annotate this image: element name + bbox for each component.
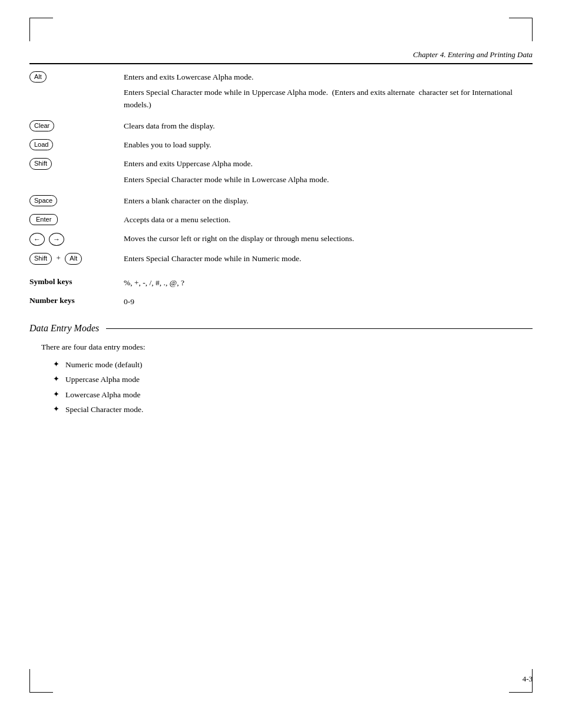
list-item: ✦ Lowercase Alpha mode [53,388,533,401]
key-cell: Enter [29,210,124,229]
list-item: ✦ Special Character mode. [53,403,533,416]
table-row: ← → Moves the cursor left or right on th… [29,229,533,249]
load-key: Load [29,139,53,150]
desc-cell-alt2: Enters Special Character mode while in U… [124,87,533,117]
list-item-text: Uppercase Alpha mode [65,373,140,386]
bullet-list: ✦ Numeric mode (default) ✦ Uppercase Alp… [53,358,533,416]
list-item-text: Numeric mode (default) [65,358,142,371]
key-cell: Load [29,136,124,154]
section-heading-text: Data Entry Modes [29,323,99,334]
key-cell: ← → [29,229,124,249]
corner-mark-bl-v [29,669,30,693]
list-item-text: Lowercase Alpha mode [65,388,140,401]
bullet-icon: ✦ [53,388,59,401]
list-item-text: Special Character mode. [65,403,143,416]
table-row: Load Enables you to load supply. [29,136,533,154]
page-header: Chapter 4. Entering and Printing Data [29,50,533,64]
key-reference-table: Alt Enters and exits Lowercase Alpha mod… [29,68,533,311]
corner-mark-tl-h [29,18,53,18]
table-row: Alt Enters and exits Lowercase Alpha mod… [29,68,533,87]
number-keys-value: 0-9 [124,297,134,306]
number-keys-value-cell: 0-9 [124,292,533,311]
table-row: Symbol keys %, +, -, /, #, ., @, ? [29,269,533,292]
symbol-keys-label-cell: Symbol keys [29,269,124,292]
desc-cell: Enters Special Character mode while in N… [124,249,533,268]
header-rule [29,63,533,64]
desc-cell: Enters and exits Uppercase Alpha mode. [124,154,533,173]
symbol-keys-value-cell: %, +, -, /, #, ., @, ? [124,269,533,292]
alt-key: Alt [29,71,47,83]
table-row: Space Enters a blank character on the di… [29,192,533,210]
table-row: Enters Special Character mode while in U… [29,87,533,117]
page-number: 4-3 [523,674,533,684]
corner-mark-tr-v [532,18,533,41]
desc-cell: Accepts data or a menu selection. [124,210,533,229]
desc-cell: Clears data from the display. [124,117,533,136]
bullet-icon: ✦ [53,358,59,371]
shift-combo-key: Shift [29,253,52,264]
section-heading-rule [106,328,533,329]
space-key: Space [29,195,57,206]
section-heading: Data Entry Modes [29,323,533,334]
page: Chapter 4. Entering and Printing Data Al… [0,0,562,728]
symbol-keys-value: %, +, -, /, #, ., @, ? [124,278,184,287]
list-item: ✦ Uppercase Alpha mode [53,373,533,386]
desc-cell: Moves the cursor left or right on the di… [124,229,533,249]
key-cell-empty [29,87,124,117]
key-cell-empty [29,174,124,192]
corner-mark-tr-h [509,18,533,18]
main-content: Alt Enters and exits Lowercase Alpha mod… [29,68,533,419]
section-intro: There are four data entry modes: [41,341,533,354]
section-body: There are four data entry modes: ✦ Numer… [41,341,533,416]
key-cell: Space [29,192,124,210]
corner-mark-tl-v [29,18,30,41]
key-cell: Alt [29,68,124,87]
table-row: Shift Enters and exits Uppercase Alpha m… [29,154,533,173]
table-row: Number keys 0-9 [29,292,533,311]
key-cell: Clear [29,117,124,136]
table-row: Clear Clears data from the display. [29,117,533,136]
table-row: Enter Accepts data or a menu selection. [29,210,533,229]
chapter-title: Chapter 4. Entering and Printing Data [29,50,533,60]
table-row: Enters Special Character mode while in L… [29,174,533,192]
alt-combo-key: Alt [65,253,82,264]
desc-cell: Enables you to load supply. [124,136,533,154]
corner-mark-br-h [509,692,533,693]
list-item: ✦ Numeric mode (default) [53,358,533,371]
right-arrow-key: → [49,233,64,246]
desc-cell: Enters and exits Lowercase Alpha mode. [124,68,533,87]
key-cell: Shift + Alt [29,249,124,268]
bullet-icon: ✦ [53,373,59,386]
shift-key: Shift [29,158,52,169]
enter-key: Enter [29,214,58,225]
corner-mark-bl-h [29,692,53,693]
desc-cell: Enters a blank character on the display. [124,192,533,210]
desc-cell-shift2: Enters Special Character mode while in L… [124,174,533,192]
clear-key: Clear [29,120,54,131]
symbol-keys-label: Symbol keys [29,277,72,286]
plus-sign: + [57,253,61,262]
left-arrow-key: ← [29,233,45,246]
number-keys-label: Number keys [29,296,75,305]
key-cell: Shift [29,154,124,173]
bullet-icon: ✦ [53,403,59,416]
table-row: Shift + Alt Enters Special Character mod… [29,249,533,268]
number-keys-label-cell: Number keys [29,292,124,311]
